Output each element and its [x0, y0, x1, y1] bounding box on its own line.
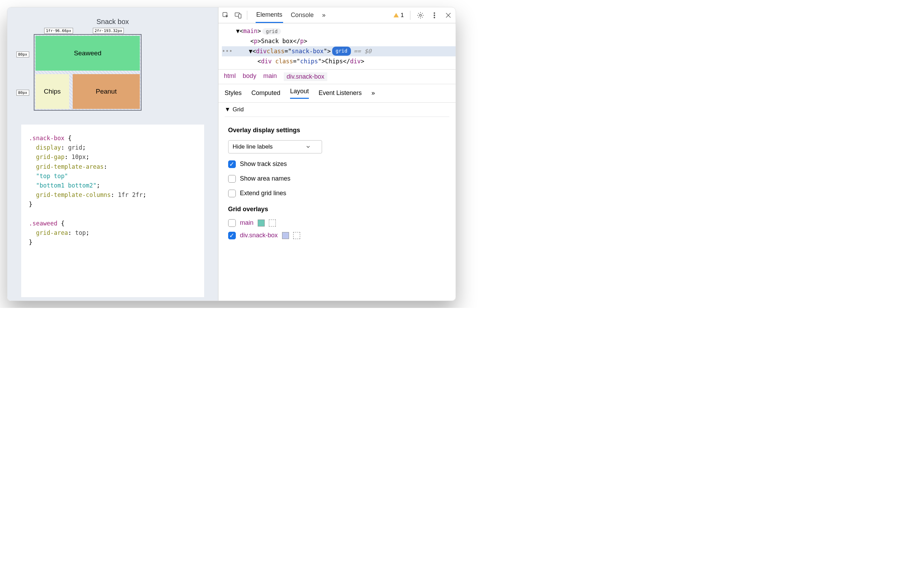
dom-tree[interactable]: ▼<main>grid <p>Snack box</p> ••• ▼<div c… — [218, 23, 456, 69]
grid-section: ▼ Grid — [218, 103, 456, 120]
devtools-pane: Elements Console » 1 ▼<main>grid <p>Snac… — [218, 7, 456, 301]
overlay-color-main[interactable] — [258, 220, 264, 226]
panetab-computed[interactable]: Computed — [251, 89, 280, 97]
page-preview-pane: Snack box 1fr·96.66px 2fr·193.32px 80px … — [7, 7, 218, 301]
cell-peanut: Peanut — [73, 74, 140, 109]
gear-icon[interactable] — [417, 11, 424, 19]
line-labels-select[interactable]: Hide line labels — [228, 140, 322, 154]
selected-node[interactable]: ••• ▼<div class="snack-box">grid== $0 — [222, 46, 456, 56]
overlay-color-snackbox[interactable] — [282, 232, 289, 239]
checkbox-show-track-sizes[interactable]: ✓ — [228, 160, 236, 168]
devtools-window: Snack box 1fr·96.66px 2fr·193.32px 80px … — [7, 7, 456, 301]
track-label-row2: 80px — [16, 90, 29, 96]
crumb-snackbox[interactable]: div.snack-box — [284, 72, 327, 81]
grid-section-toggle[interactable]: ▼ Grid — [224, 106, 449, 117]
highlight-icon[interactable] — [269, 220, 276, 226]
grid-badge[interactable]: grid — [262, 28, 281, 34]
grid-badge-active[interactable]: grid — [332, 47, 351, 56]
main-toolbar: Elements Console » 1 — [218, 7, 456, 23]
overlay-display-settings: Overlay display settings Hide line label… — [218, 120, 456, 199]
cell-chips: Chips — [35, 74, 69, 109]
sidebar-tabs: Styles Computed Layout Event Listeners » — [218, 84, 456, 103]
tab-more[interactable]: » — [321, 8, 326, 22]
tab-console[interactable]: Console — [290, 8, 314, 22]
label-extend-grid-lines: Extend grid lines — [240, 189, 286, 197]
label-show-area-names: Show area names — [240, 175, 291, 182]
breadcrumb: html body main div.snack-box — [218, 69, 456, 84]
overlay-name-snackbox[interactable]: div.snack-box — [240, 232, 278, 239]
crumb-html[interactable]: html — [224, 72, 236, 81]
svg-rect-2 — [238, 14, 241, 18]
track-label-col1: 1fr·96.66px — [44, 28, 73, 34]
tab-elements[interactable]: Elements — [255, 8, 283, 23]
checkbox-extend-grid-lines[interactable] — [228, 189, 236, 197]
device-toggle-icon[interactable] — [234, 11, 242, 19]
overlay-checkbox-snackbox[interactable]: ✓ — [228, 232, 236, 239]
highlight-icon[interactable] — [293, 232, 300, 239]
svg-point-4 — [434, 12, 435, 14]
track-label-row1: 80px — [16, 51, 29, 57]
warning-badge[interactable]: 1 — [393, 12, 404, 18]
grid-overlays-title: Grid overlays — [228, 206, 449, 213]
crumb-main[interactable]: main — [263, 72, 277, 81]
cell-seaweed: Seaweed — [35, 36, 140, 71]
label-show-track-sizes: Show track sizes — [240, 160, 287, 168]
crumb-body[interactable]: body — [243, 72, 256, 81]
panetab-event-listeners[interactable]: Event Listeners — [318, 89, 362, 97]
kebab-icon[interactable] — [431, 11, 438, 19]
overlay-checkbox-main[interactable] — [228, 219, 236, 227]
grid-overlay: 1fr·96.66px 2fr·193.32px 80px 80px Seawe… — [34, 34, 204, 111]
panetab-more[interactable]: » — [371, 89, 375, 97]
svg-point-5 — [434, 15, 435, 15]
checkbox-show-area-names[interactable] — [228, 175, 236, 183]
overlay-settings-title: Overlay display settings — [228, 127, 449, 134]
grid-overlays: Grid overlays main ✓ div.snack-box — [218, 199, 456, 242]
panetab-styles[interactable]: Styles — [224, 89, 242, 97]
overlay-name-main[interactable]: main — [240, 219, 254, 226]
css-code-block: .snack-box { display: grid; grid-gap: 10… — [21, 125, 204, 297]
track-label-col2: 2fr·193.32px — [93, 28, 124, 34]
chevron-down-icon — [306, 145, 310, 149]
page-title: Snack box — [21, 18, 204, 26]
inspect-icon[interactable] — [222, 11, 229, 19]
svg-point-3 — [420, 14, 421, 16]
panetab-layout[interactable]: Layout — [290, 88, 309, 99]
close-icon[interactable] — [444, 11, 452, 19]
snack-box-grid: Seaweed Chips Peanut — [34, 34, 141, 111]
svg-point-6 — [434, 17, 435, 18]
